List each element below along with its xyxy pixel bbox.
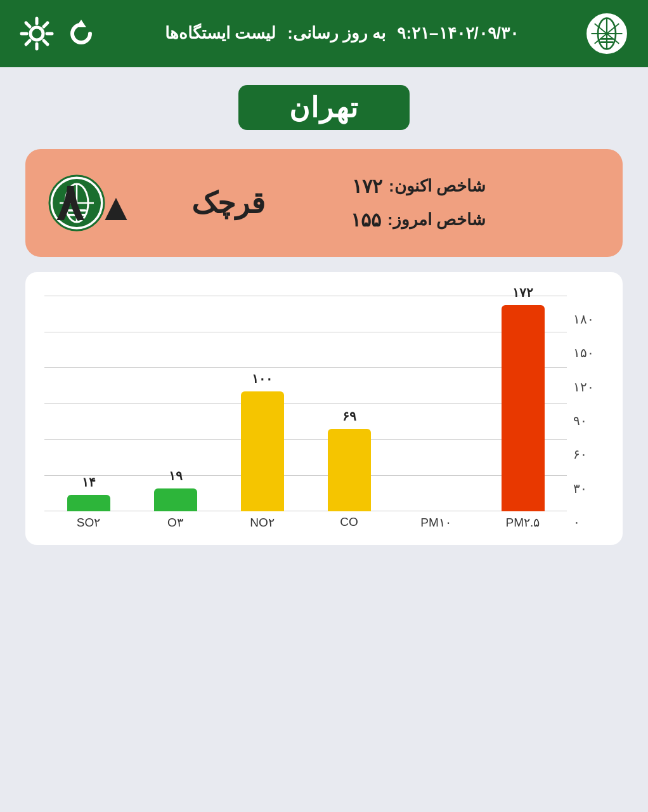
y-axis-label: ۱۸۰ [573,313,604,325]
bar [241,391,284,511]
x-axis-label: CO [311,515,387,530]
y-axis-label: ۹۰ [573,414,604,427]
bar [67,495,110,511]
bar [328,429,371,511]
header-icons [19,16,99,51]
station-index-today-label: شاخص امروز: [387,210,486,230]
station-info-column: شاخص اکنون: ۱۷۲ شاخص امروز: ۱۵۵ [351,175,486,231]
station-index-now-row: شاخص اکنون: ۱۷۲ [351,175,486,197]
rank-value: ۸ [56,174,83,231]
bar-value-label: ۱۹ [169,468,183,483]
bar-value-label: ۱۰۰ [252,371,273,386]
svg-rect-6 [600,38,614,40]
station-index-today-value: ۱۵۵ [351,209,381,231]
bar [154,488,197,511]
bar-chart: ۰۳۰۶۰۹۰۱۲۰۱۵۰۱۸۰ ۱۷۲۶۹۱۰۰۱۹۱۴ PM۲.۵PM۱۰C… [44,295,604,530]
header-update-label: به روز رسانی: [287,20,386,47]
station-name: قرچک [191,186,265,220]
station-center: قرچک [105,186,351,220]
station-index-now-label: شاخص اکنون: [389,176,486,196]
bar-value-label: ۱۷۲ [512,285,533,300]
x-axis-label: O۳ [138,515,213,530]
station-card: ▲ ۸ شاخص اکنون: ۱۷۲ شاخص امروز: ۱۵۵ قرچک [25,149,623,257]
chart-x-labels: PM۲.۵PM۱۰CONO۲O۳SO۲ [44,515,567,530]
chart-y-axis: ۰۳۰۶۰۹۰۱۲۰۱۵۰۱۸۰ [573,313,604,528]
station-index-now-value: ۱۷۲ [352,175,382,197]
x-axis-label: NO۲ [224,515,300,530]
x-axis-label: PM۱۰ [398,515,474,530]
header-logo-icon [585,11,629,56]
bar-group: ۱۹ [138,468,213,511]
rank-arrow: ▲ [97,186,134,228]
header-title-area: ۱۴۰۲/۰۹/۳۰–۹:۲۱ به روز رسانی: لیست ایستگ… [99,20,585,47]
bar-value-label: ۱۴ [82,475,96,490]
y-axis-label: ۰ [573,516,604,528]
header-update-time: ۱۴۰۲/۰۹/۳۰–۹:۲۱ [397,20,519,47]
svg-line-17 [44,23,48,27]
header: ۱۴۰۲/۰۹/۳۰–۹:۲۱ به روز رسانی: لیست ایستگ… [0,0,648,67]
station-rank: ▲ ۸ [56,178,135,228]
station-index-today-row: شاخص امروز: ۱۵۵ [351,209,486,231]
y-axis-label: ۳۰ [573,482,604,495]
city-banner-box: تهران [238,85,410,130]
chart-bars-area: ۱۷۲۶۹۱۰۰۱۹۱۴ PM۲.۵PM۱۰CONO۲O۳SO۲ [44,296,567,530]
chart-bars-row: ۱۷۲۶۹۱۰۰۱۹۱۴ [44,296,567,511]
refresh-icon[interactable] [63,16,99,51]
bar [502,305,545,511]
svg-point-10 [30,27,43,40]
bar-group: ۶۹ [311,409,387,511]
svg-line-16 [44,41,48,44]
svg-line-18 [26,41,30,44]
bar-group: ۱۷۲ [485,285,561,511]
y-axis-label: ۱۲۰ [573,381,604,393]
svg-rect-7 [600,41,614,43]
city-name: تهران [289,92,359,123]
bar-group: ۱۴ [51,475,126,511]
y-axis-label: ۶۰ [573,448,604,461]
chart-area: ۰۳۰۶۰۹۰۱۲۰۱۵۰۱۸۰ ۱۷۲۶۹۱۰۰۱۹۱۴ PM۲.۵PM۱۰C… [25,272,623,545]
city-banner: تهران [0,85,648,130]
x-axis-label: PM۲.۵ [485,515,561,530]
header-logo-area [585,11,629,56]
bar-value-label: ۶۹ [342,409,356,424]
y-axis-label: ۱۵۰ [573,346,604,359]
svg-line-15 [26,23,30,27]
bar-group: ۱۰۰ [224,371,300,511]
header-title-label: لیست ایستگاه‌ها [165,20,276,47]
x-axis-label: SO۲ [51,515,126,530]
gear-icon[interactable] [19,16,55,51]
